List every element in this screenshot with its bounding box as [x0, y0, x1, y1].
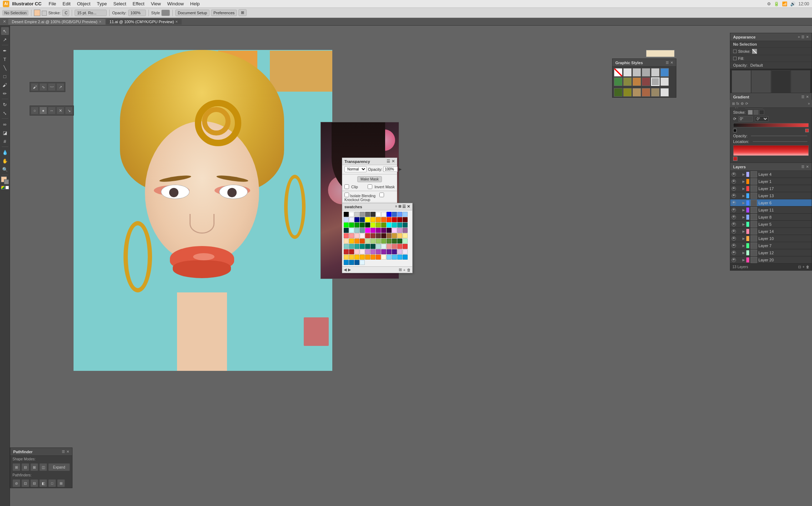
panel-bar-icon-4[interactable]: ⟳ — [745, 102, 748, 106]
knockout-group-checkbox[interactable] — [379, 193, 384, 197]
layer-visibility-11[interactable]: 👁 — [732, 251, 736, 255]
swatch-item-12[interactable] — [344, 217, 349, 222]
swatch-item-50[interactable] — [354, 233, 359, 238]
swatch-item-54[interactable] — [376, 233, 381, 238]
minus-front-btn[interactable]: ⊟ — [21, 463, 29, 471]
swatch-item-33[interactable] — [392, 223, 397, 228]
brush-btn-2[interactable]: ∿ — [39, 83, 47, 91]
swatch-item-65[interactable] — [370, 239, 375, 244]
swatch-item-74[interactable] — [354, 244, 359, 249]
panel-expand-icon[interactable]: » — [808, 102, 810, 106]
style-16[interactable] — [651, 88, 660, 97]
menu-file[interactable]: File — [46, 0, 59, 7]
selection-tool[interactable]: ↖ — [1, 27, 9, 35]
swatch-item-101[interactable] — [370, 255, 375, 260]
rotate-tool[interactable]: ↻ — [1, 101, 9, 108]
hand-tool[interactable]: ✋ — [1, 157, 9, 165]
pathfinder-menu-btn[interactable]: ☰ — [62, 450, 65, 454]
layer-expand-9[interactable]: ▶ — [742, 237, 745, 240]
stroke-opt-2[interactable] — [753, 110, 758, 115]
swatch-item-7[interactable] — [381, 212, 386, 217]
swatch-item-103[interactable] — [381, 255, 386, 260]
swatch-item-24[interactable] — [344, 223, 349, 228]
swatch-item-3[interactable] — [360, 212, 365, 217]
delete-layer-btn[interactable]: 🗑 — [806, 265, 810, 269]
color-mode-btn[interactable] — [1, 186, 5, 189]
layer-expand-4[interactable]: ▶ — [742, 201, 745, 205]
swatch-item-13[interactable] — [349, 217, 354, 222]
swatch-item-95[interactable] — [403, 249, 408, 254]
swatch-item-82[interactable] — [397, 244, 402, 249]
gradient-angle-input[interactable] — [738, 116, 753, 122]
swatch-item-91[interactable] — [381, 249, 386, 254]
outline-btn[interactable]: □ — [48, 479, 56, 487]
tab-2[interactable]: 11.ai @ 100% (CMYK/GPU Preview) ✕ — [106, 19, 182, 25]
layer-expand-10[interactable]: ▶ — [742, 244, 745, 247]
style-15[interactable] — [642, 88, 650, 97]
style-3[interactable] — [642, 68, 650, 77]
preferences-btn[interactable]: Preferences — [211, 10, 237, 16]
layer-visibility-4[interactable]: 👁 — [732, 201, 736, 205]
swatch-item-105[interactable] — [392, 255, 397, 260]
graphic-styles-close-btn[interactable]: ✕ — [670, 61, 673, 65]
swatch-item-67[interactable] — [381, 239, 386, 244]
swatch-item-23[interactable] — [403, 217, 408, 222]
swatch-item-98[interactable] — [354, 255, 359, 260]
swatch-item-81[interactable] — [392, 244, 397, 249]
swatch-item-97[interactable] — [349, 255, 354, 260]
new-layer-btn[interactable]: + — [802, 265, 805, 269]
style-4[interactable] — [651, 68, 660, 77]
swatch-item-52[interactable] — [365, 233, 370, 238]
style-selector[interactable] — [161, 10, 170, 16]
swatch-item-47[interactable] — [403, 228, 408, 233]
swatch-item-31[interactable] — [381, 223, 386, 228]
swatch-item-34[interactable] — [397, 223, 402, 228]
blend-tool[interactable]: ∞ — [1, 120, 9, 128]
document-setup-btn[interactable]: Document Setup — [175, 10, 210, 16]
menu-type[interactable]: Type — [94, 0, 110, 7]
opacity-input[interactable] — [383, 167, 398, 172]
layer-expand-5[interactable]: ▶ — [742, 208, 745, 212]
appearance-menu-btn[interactable]: ☰ — [801, 35, 805, 39]
layer-visibility-1[interactable]: 👁 — [732, 179, 736, 184]
swatch-item-15[interactable] — [360, 217, 365, 222]
layer-row-9[interactable]: 👁▶Layer 10 — [730, 235, 812, 242]
layer-expand-2[interactable]: ▶ — [742, 187, 745, 190]
style-6[interactable] — [614, 77, 622, 86]
swatch-item-93[interactable] — [392, 249, 397, 254]
crop-btn[interactable]: ◧ — [39, 479, 47, 487]
swatch-item-27[interactable] — [360, 223, 365, 228]
layer-visibility-12[interactable]: 👁 — [732, 258, 736, 262]
swatch-item-104[interactable] — [387, 255, 392, 260]
eyedropper-tool[interactable]: 💧 — [1, 148, 9, 156]
swatch-item-55[interactable] — [381, 233, 386, 238]
menu-help[interactable]: Help — [187, 0, 203, 7]
swatch-item-0[interactable] — [344, 212, 349, 217]
swatch-item-83[interactable] — [403, 244, 408, 249]
swatch-item-6[interactable] — [376, 212, 381, 217]
style-12[interactable] — [614, 88, 622, 97]
brush-btn-3[interactable]: 〰 — [48, 83, 56, 91]
scale-tool[interactable]: ⤡ — [1, 109, 9, 117]
swatch-item-37[interactable] — [349, 228, 354, 233]
swatch-item-43[interactable] — [381, 228, 386, 233]
swatch-item-42[interactable] — [376, 228, 381, 233]
swatch-item-32[interactable] — [387, 223, 392, 228]
menu-view[interactable]: View — [148, 0, 164, 7]
appear-btn-3[interactable]: ↔ — [48, 107, 56, 114]
layer-expand-11[interactable]: ▶ — [742, 251, 745, 255]
layer-row-3[interactable]: 👁▶Layer 13 — [730, 192, 812, 199]
swatch-item-8[interactable] — [387, 212, 392, 217]
swatch-item-108[interactable] — [344, 260, 349, 265]
swatch-item-28[interactable] — [365, 223, 370, 228]
swatch-item-77[interactable] — [370, 244, 375, 249]
swatches-close-btn[interactable]: ✕ — [407, 204, 410, 209]
main-artboard[interactable] — [74, 50, 332, 371]
visibility-eye-fill[interactable] — [733, 57, 737, 60]
pencil-tool[interactable]: ✏ — [1, 90, 9, 97]
style-5[interactable] — [660, 68, 669, 77]
gradient-close-btn[interactable]: ✕ — [806, 95, 809, 99]
swatch-item-69[interactable] — [392, 239, 397, 244]
merge-btn[interactable]: ⊟ — [30, 479, 38, 487]
layer-row-12[interactable]: 👁▶Layer 20 — [730, 256, 812, 264]
